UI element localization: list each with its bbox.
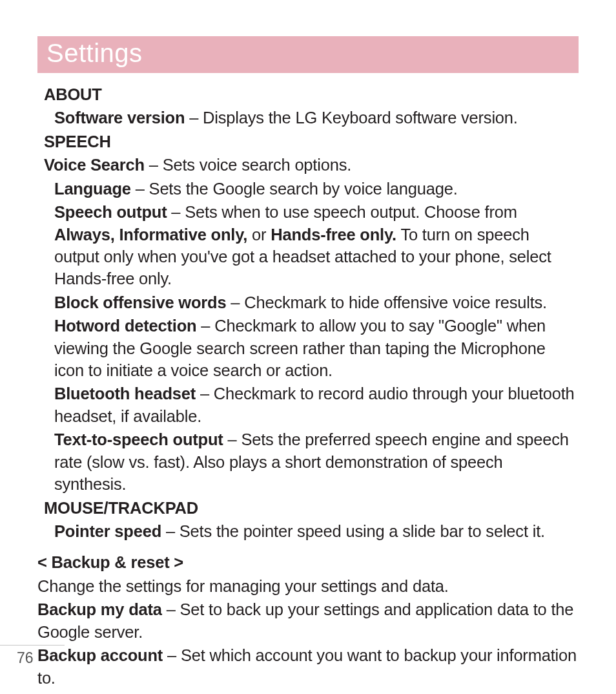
hotword-line: Hotword detection – Checkmark to allow y… [54, 315, 579, 381]
pointer-desc: – Sets the pointer speed using a slide b… [161, 522, 545, 540]
voice-search-label: Voice Search [44, 156, 145, 174]
opt-always: Always, Informative only, [54, 226, 247, 244]
opt-handsfree: Hands-free only. [271, 226, 396, 244]
tts-line: Text-to-speech output – Sets the preferr… [54, 428, 579, 495]
backup-reset-block: < Backup & reset > Change the settings f… [37, 551, 579, 689]
block-offensive-desc: – Checkmark to hide offensive voice resu… [226, 293, 547, 311]
block-offensive-line: Block offensive words – Checkmark to hid… [54, 291, 579, 313]
bluetooth-label: Bluetooth headset [54, 384, 196, 403]
speech-output-label: Speech output [54, 203, 167, 221]
language-label: Language [54, 180, 131, 198]
speech-output-line: Speech output – Sets when to use speech … [54, 201, 579, 290]
block-offensive-label: Block offensive words [54, 293, 226, 311]
page-title-bar: Settings [37, 36, 579, 73]
page-title: Settings [46, 39, 143, 67]
pointer-label: Pointer speed [54, 522, 161, 540]
footer-rule [0, 645, 65, 646]
software-version-label: Software version [54, 109, 185, 127]
backup-my-data-label: Backup my data [37, 600, 162, 618]
speech-output-lead: – Sets when to use speech output. Choose… [167, 203, 517, 221]
backup-heading: < Backup & reset > [37, 551, 579, 573]
hotword-label: Hotword detection [54, 317, 196, 335]
software-version-desc: – Displays the LG Keyboard software vers… [185, 109, 517, 127]
opt-or: or [247, 226, 271, 244]
software-version-line: Software version – Displays the LG Keybo… [54, 107, 579, 129]
tts-label: Text-to-speech output [54, 430, 223, 448]
mouse-heading: MOUSE/TRACKPAD [44, 497, 579, 519]
manual-page: Settings ABOUT Software version – Displa… [0, 0, 616, 694]
speech-heading: SPEECH [44, 131, 579, 152]
page-content: ABOUT Software version – Displays the LG… [37, 73, 579, 689]
language-desc: – Sets the Google search by voice langua… [131, 180, 458, 198]
voice-search-desc: – Sets voice search options. [145, 156, 351, 174]
bluetooth-line: Bluetooth headset – Checkmark to record … [54, 383, 579, 427]
language-line: Language – Sets the Google search by voi… [54, 178, 579, 200]
about-heading: ABOUT [44, 83, 579, 105]
page-number: 76 [17, 649, 616, 667]
voice-search-line: Voice Search – Sets voice search options… [44, 154, 579, 176]
backup-my-data-line: Backup my data – Set to back up your set… [37, 598, 579, 643]
page-footer: 76 [0, 645, 616, 667]
backup-intro: Change the settings for managing your se… [37, 575, 579, 597]
pointer-speed-line: Pointer speed – Sets the pointer speed u… [54, 520, 579, 542]
